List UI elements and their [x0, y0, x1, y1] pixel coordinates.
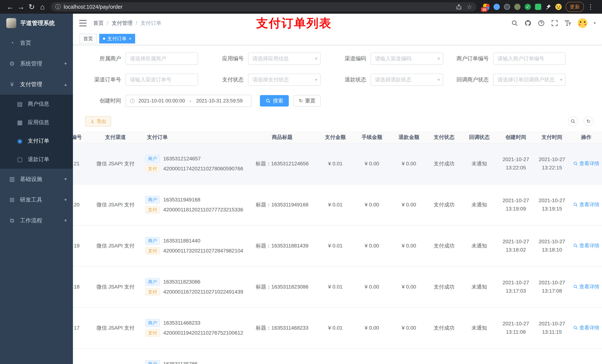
top-navbar: 首页 / 支付管理 / 支付订单 支付订单列表 ▾	[73, 14, 602, 32]
sidebar-item-refund-order[interactable]: ▢ 退款订单	[0, 150, 73, 169]
pay-amount-cell: ¥ 0.01	[317, 266, 353, 307]
merchant-tag: 商户	[145, 319, 160, 327]
extension-drop-icon[interactable]	[494, 4, 500, 10]
payment-submenu: ▤ 商户信息 ▦ 应用信息 ◉ 支付订单 ▢ 退款订单	[0, 95, 73, 169]
extension-check-icon[interactable]: ✓	[525, 4, 531, 10]
github-icon[interactable]	[525, 20, 531, 27]
order-id-cell: 17	[73, 307, 91, 348]
pay-order-cell: 商户 1635311881440 支付 42000011732021102728…	[140, 225, 247, 266]
reset-button[interactable]: ↻ 重置	[294, 95, 321, 106]
sidebar-item-system[interactable]: ⚙ 系统管理 ▾	[0, 53, 73, 74]
avatar-caret-icon[interactable]: ▾	[594, 21, 596, 26]
search-icon[interactable]	[511, 20, 518, 27]
merchant-order-no: 1635311468233	[163, 320, 200, 326]
search-button[interactable]: 搜索	[260, 95, 289, 106]
pay-status-cell: 支付成功	[428, 143, 461, 184]
channel-order-no-input[interactable]	[126, 74, 198, 86]
address-bar[interactable]: ⓘ localhost:1024/pay/order ☆	[51, 2, 476, 11]
sidebar-item-pay-order[interactable]: ◉ 支付订单	[0, 132, 73, 150]
sidebar-item-workflow[interactable]: ⧉ 工作流程 ▾	[0, 210, 73, 231]
refund-amount-cell: ¥ 0.00	[390, 307, 428, 348]
magnifier-icon	[573, 161, 578, 166]
product-title: 1635311468233	[271, 325, 308, 331]
sidebar-item-payment[interactable]: ¥ 支付管理 ▴	[0, 74, 73, 95]
browser-home-icon[interactable]: ⌂	[37, 0, 48, 14]
notify-status-select[interactable]	[493, 74, 566, 86]
browser-forward-icon[interactable]: →	[16, 0, 26, 14]
breadcrumb-home[interactable]: 首页	[93, 20, 104, 27]
sidebar-item-infra[interactable]: ▥ 基础设施 ▾	[0, 169, 73, 189]
merchant-tag: 商户	[145, 278, 160, 286]
create-time-cell: 2021-10-2713:17:03	[498, 266, 534, 307]
filter-field-notify-status: 回调商户状态 ▾	[445, 74, 566, 86]
sidebar-item-merchant-info[interactable]: ▤ 商户信息	[0, 95, 73, 113]
create-time-range-picker[interactable]: 2021-10-01 00:00:00 - 2021-10-31 23:59:5…	[126, 95, 251, 107]
pin-icon[interactable]	[545, 4, 551, 10]
filter-label: 创建时间	[77, 97, 126, 104]
magnifier-icon	[573, 243, 578, 248]
share-icon[interactable]	[456, 4, 462, 10]
tags-view-bar: 首页 支付订单 ×	[73, 32, 602, 45]
view-detail-link[interactable]: 查看详情	[573, 242, 599, 249]
export-button[interactable]: 导出	[85, 116, 111, 126]
merchant-select-input[interactable]	[126, 52, 198, 65]
view-detail-link[interactable]: 查看详情	[573, 201, 599, 208]
url-text[interactable]: localhost:1024/pay/order	[64, 4, 456, 10]
table-row: 18 微信 JSAPI 支付 商户 1635311823086 支付 42000…	[73, 266, 602, 307]
help-icon[interactable]	[538, 20, 545, 27]
tab-pay-order[interactable]: 支付订单 ×	[99, 34, 135, 43]
sidebar-item-devtools[interactable]: ⊞ 研发工具 ▾	[0, 189, 73, 210]
sidebar-item-app-info[interactable]: ▦ 应用信息	[0, 113, 73, 132]
create-time-cell	[498, 348, 534, 364]
close-icon[interactable]: ×	[129, 36, 131, 41]
tab-label: 首页	[83, 35, 93, 42]
fee-amount-cell	[353, 348, 390, 364]
avatar[interactable]	[578, 18, 587, 28]
filter-field-merchant: 所属商户	[77, 52, 198, 65]
notify-status-cell: 未通知	[461, 266, 498, 307]
channel-order-no: 4200001194202110276752100612	[163, 330, 243, 336]
merchant-order-no: 163531135786	[163, 361, 197, 364]
emoji-extension-icon[interactable]	[555, 4, 562, 10]
sidebar-item-home[interactable]: ◔ 首页	[0, 32, 73, 53]
app-select-input[interactable]	[248, 52, 321, 65]
pay-order-cell: 商户 163531135786 支付	[140, 348, 247, 364]
refresh-table-button[interactable]: ↻	[583, 116, 593, 126]
pay-time-cell: 2021-10-2713:19:15	[534, 184, 570, 225]
extension-olive-icon[interactable]	[514, 4, 521, 10]
bookmark-star-icon[interactable]: ☆	[467, 3, 472, 10]
merchant-order-no-input[interactable]	[493, 52, 566, 65]
browser-refresh-icon[interactable]: ↻	[26, 0, 37, 14]
browser-update-button[interactable]: 更新	[566, 2, 584, 12]
browser-back-icon[interactable]: ←	[5, 0, 16, 14]
breadcrumb-payment[interactable]: 支付管理	[112, 20, 133, 27]
title-prefix: 标题：	[256, 243, 271, 249]
pay-status-cell: 支付成功	[428, 184, 461, 225]
refund-status-select[interactable]	[371, 74, 443, 86]
tab-label: 支付订单	[107, 35, 127, 42]
view-detail-link[interactable]: 查看详情	[573, 283, 599, 290]
font-size-icon[interactable]	[564, 20, 571, 27]
magnifier-icon	[573, 284, 578, 289]
filter-label: 商户订单编号	[445, 55, 493, 62]
extension-grid-icon[interactable]: 10	[483, 4, 489, 10]
channel-code-input[interactable]	[371, 52, 443, 65]
extension-dark-icon[interactable]	[504, 4, 510, 10]
pay-time-cell	[534, 348, 570, 364]
view-detail-link[interactable]: 查看详情	[573, 324, 599, 331]
browser-menu-icon[interactable]: ⋮	[587, 3, 594, 11]
view-detail-link[interactable]: 查看详情	[573, 160, 599, 167]
tab-home[interactable]: 首页	[80, 34, 97, 43]
devtool-icon: ⊞	[8, 196, 16, 203]
toggle-search-button[interactable]	[568, 116, 578, 126]
site-info-icon[interactable]: ⓘ	[55, 3, 61, 11]
sidebar-logo[interactable]: 芋道管理系统	[0, 14, 73, 32]
sidebar-toggle-icon[interactable]	[79, 20, 87, 26]
date-end: 2021-10-31 23:59:59	[196, 98, 243, 104]
channel-order-no: 4200001174202110278060590766	[163, 166, 243, 172]
pay-status-select[interactable]	[248, 74, 321, 86]
title-prefix: 标题：	[256, 202, 271, 208]
filter-field-channel-code: 渠道编码 ▾	[322, 52, 443, 65]
extension-square-icon[interactable]	[535, 4, 541, 10]
fullscreen-icon[interactable]	[551, 20, 558, 27]
